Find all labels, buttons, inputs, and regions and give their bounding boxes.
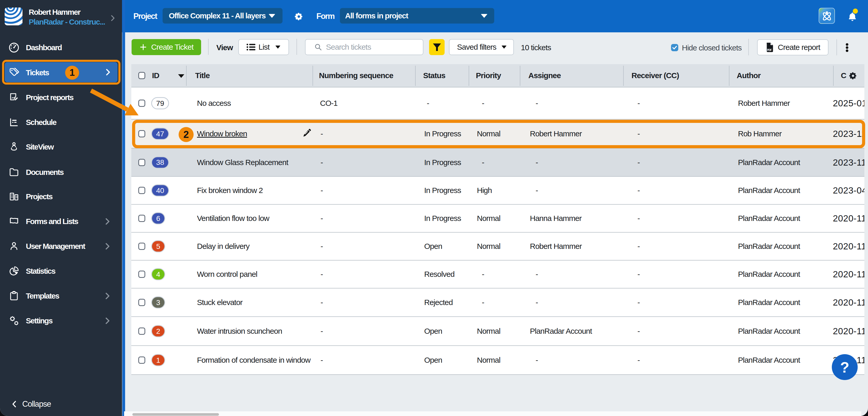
svg-text:PDF: PDF: [767, 48, 772, 51]
